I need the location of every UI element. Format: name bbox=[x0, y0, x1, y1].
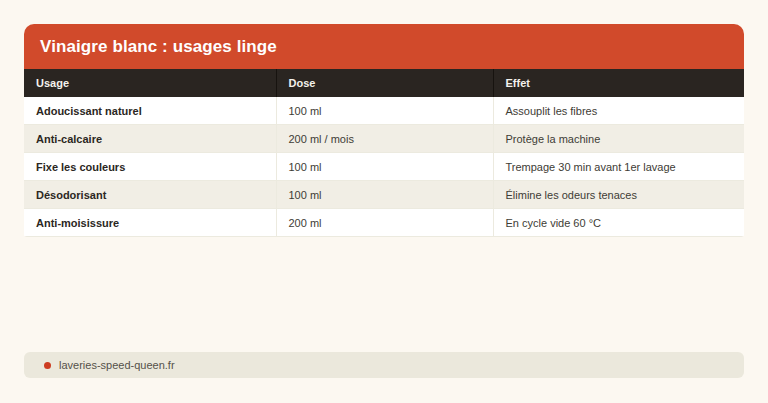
bullet-dot-icon bbox=[44, 362, 51, 369]
effet-cell: Assouplit les fibres bbox=[493, 97, 744, 125]
effet-cell: Élimine les odeurs tenaces bbox=[493, 181, 744, 209]
effet-cell: En cycle vide 60 °C bbox=[493, 209, 744, 237]
table-header-row: UsageDoseEffet bbox=[24, 69, 744, 97]
usage-cell: Désodorisant bbox=[24, 181, 276, 209]
dose-cell: 200 ml / mois bbox=[276, 125, 493, 153]
usage-cell: Anti-calcaire bbox=[24, 125, 276, 153]
usage-cell: Fixe les couleurs bbox=[24, 153, 276, 181]
usage-cell: Anti-moisissure bbox=[24, 209, 276, 237]
table-row: Anti-moisissure200 mlEn cycle vide 60 °C bbox=[24, 209, 744, 237]
table-row: Adoucissant naturel100 mlAssouplit les f… bbox=[24, 97, 744, 125]
table-body: Adoucissant naturel100 mlAssouplit les f… bbox=[24, 97, 744, 237]
table-row: Désodorisant100 mlÉlimine les odeurs ten… bbox=[24, 181, 744, 209]
page-title: Vinaigre blanc : usages linge bbox=[40, 37, 277, 57]
dose-cell: 100 ml bbox=[276, 153, 493, 181]
card-title-bar: Vinaigre blanc : usages linge bbox=[24, 24, 744, 69]
effet-cell: Trempage 30 min avant 1er lavage bbox=[493, 153, 744, 181]
table-header-cell: Effet bbox=[493, 69, 744, 97]
effet-cell: Protège la machine bbox=[493, 125, 744, 153]
table-header-cell: Usage bbox=[24, 69, 276, 97]
table-row: Fixe les couleurs100 mlTrempage 30 min a… bbox=[24, 153, 744, 181]
source-text: laveries-speed-queen.fr bbox=[59, 359, 175, 371]
dose-cell: 100 ml bbox=[276, 181, 493, 209]
usage-cell: Adoucissant naturel bbox=[24, 97, 276, 125]
dose-cell: 200 ml bbox=[276, 209, 493, 237]
table-row: Anti-calcaire200 ml / moisProtège la mac… bbox=[24, 125, 744, 153]
usage-table: UsageDoseEffet Adoucissant naturel100 ml… bbox=[24, 69, 744, 237]
table-header-cell: Dose bbox=[276, 69, 493, 97]
source-footer: laveries-speed-queen.fr bbox=[24, 352, 744, 378]
table-header: UsageDoseEffet bbox=[24, 69, 744, 97]
usage-table-card: Vinaigre blanc : usages linge UsageDoseE… bbox=[24, 24, 744, 237]
dose-cell: 100 ml bbox=[276, 97, 493, 125]
